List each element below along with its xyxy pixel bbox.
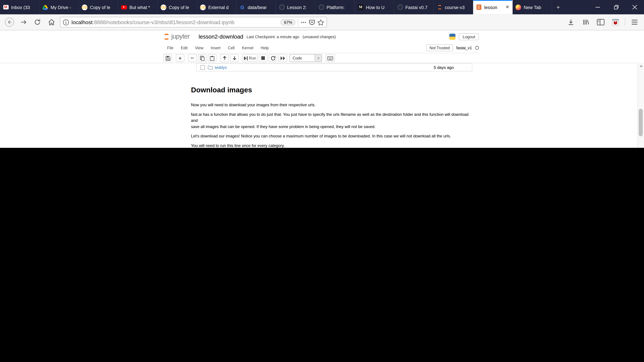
paste-cell-button[interactable]: [208, 54, 216, 62]
tab-title: lesson: [484, 5, 502, 9]
zoom-level-badge[interactable]: 67%: [281, 19, 296, 25]
checkpoint-status: Last Checkpoint: a minute ago: [246, 34, 299, 39]
interrupt-kernel-button[interactable]: [259, 54, 268, 62]
scrollbar-thumb[interactable]: [639, 109, 643, 136]
tab-title: Lesson 2:: [287, 5, 312, 9]
divider: [298, 18, 298, 26]
trust-status-button[interactable]: Not Trusted: [426, 44, 453, 51]
google-icon: G: [240, 4, 244, 10]
chevron-down-icon: ∨: [315, 55, 322, 62]
logout-button[interactable]: Logout: [459, 33, 479, 40]
save-button[interactable]: [164, 54, 172, 62]
tab-title: Copy of le: [169, 5, 194, 9]
folder-link[interactable]: teddys: [215, 65, 227, 69]
jupyter-toolbar: + ✂ Run Code ∨: [164, 53, 479, 63]
scroll-up-arrow-icon[interactable]: [640, 65, 643, 67]
downloads-icon[interactable]: [566, 17, 576, 27]
menu-edit[interactable]: Edit: [177, 45, 191, 50]
add-cell-button[interactable]: +: [176, 54, 184, 62]
menu-insert[interactable]: Insert: [207, 45, 224, 50]
discourse-icon: [397, 4, 403, 10]
folder-icon: [208, 65, 213, 69]
menu-cell[interactable]: Cell: [224, 45, 238, 50]
new-tab-button[interactable]: +: [552, 0, 564, 14]
browser-tab[interactable]: COCopy of le: [158, 0, 197, 14]
tab-title: But what *: [129, 5, 154, 9]
discourse-icon: [279, 4, 284, 10]
restore-button[interactable]: [607, 0, 626, 14]
browser-tab[interactable]: Lesson 2:: [276, 0, 316, 14]
jupyter-favicon: [437, 5, 442, 9]
browser-tab[interactable]: lesson✕: [473, 0, 512, 14]
tab-title: course-v3: [445, 5, 470, 9]
markdown-paragraph: You will need to run this line once for …: [191, 142, 469, 148]
menu-help[interactable]: Help: [257, 45, 272, 50]
move-cell-down-button[interactable]: [230, 54, 238, 62]
url-bar[interactable]: localhost:8888/notebooks/course-v3/nbs/d…: [60, 17, 327, 27]
menu-file[interactable]: File: [164, 45, 177, 50]
tab-title: New Tab: [524, 5, 548, 9]
reload-button[interactable]: [32, 17, 43, 27]
restart-run-all-button[interactable]: [278, 54, 287, 62]
menu-kernel[interactable]: Kernel: [238, 45, 257, 50]
browser-tab[interactable]: Fastai v0.7: [394, 0, 434, 14]
back-button[interactable]: [4, 17, 15, 27]
restart-kernel-button[interactable]: [269, 54, 278, 62]
browser-tab[interactable]: MInbox (33: [0, 0, 40, 14]
page-actions-icon[interactable]: •••: [301, 20, 306, 24]
pocket-icon[interactable]: [309, 19, 315, 25]
browser-tab[interactable]: Platform:: [316, 0, 355, 14]
jupyter-wordmark: jupyter: [171, 33, 190, 40]
file-checkbox[interactable]: [200, 65, 205, 69]
url-text[interactable]: localhost:8888/notebooks/course-v3/nbs/d…: [72, 19, 278, 25]
command-palette-button[interactable]: [326, 54, 335, 62]
cut-cell-button[interactable]: ✂: [188, 54, 197, 62]
window-controls: [588, 0, 644, 14]
tab-title: data/bear: [248, 5, 273, 9]
run-button[interactable]: Run: [242, 54, 258, 62]
browser-tab[interactable]: But what *: [118, 0, 158, 14]
library-icon[interactable]: [580, 17, 591, 27]
kernel-idle-icon: [475, 46, 479, 50]
hamburger-menu-icon[interactable]: [629, 17, 640, 27]
drive-icon: [42, 5, 48, 9]
jupyter-logo-icon: [164, 34, 170, 40]
bookmark-star-icon[interactable]: [318, 19, 324, 25]
tab-title: Inbox (33: [11, 5, 36, 9]
notebook-title[interactable]: lesson2-download: [198, 33, 243, 40]
markdown-paragraph: fast.ai has a function that allows you t…: [191, 111, 469, 130]
screen: MInbox (33My Drive -COCopy of leBut what…: [0, 0, 644, 148]
sidebar-icon[interactable]: [595, 17, 606, 27]
browser-tab[interactable]: Gdata/bear: [237, 0, 276, 14]
unsaved-status: (unsaved changes): [302, 34, 336, 39]
browser-tab[interactable]: course-v3: [434, 0, 473, 14]
markdown-cell[interactable]: Download images Now you will need to dow…: [191, 86, 469, 148]
forward-button[interactable]: [18, 17, 29, 27]
menu-view[interactable]: View: [191, 45, 207, 50]
close-window-button[interactable]: [626, 0, 644, 14]
tab-title: Copy of le: [90, 5, 115, 9]
kernel-name: fastai_v1: [456, 45, 472, 50]
browser-tab[interactable]: MHow to U: [355, 0, 394, 14]
youtube-icon: [121, 5, 127, 9]
copy-cell-button[interactable]: [198, 54, 206, 62]
scrollbar[interactable]: [638, 63, 644, 148]
gmail-icon: M: [3, 5, 8, 9]
section-heading: Download images: [191, 86, 469, 94]
tab-title: My Drive -: [50, 5, 76, 9]
minimize-button[interactable]: [588, 0, 607, 14]
close-tab-icon[interactable]: ✕: [506, 4, 509, 10]
mcafee-extension-icon[interactable]: [610, 17, 621, 27]
browser-tab[interactable]: My Drive -: [40, 0, 79, 14]
notebook-area: teddys 5 days ago Download images Now yo…: [162, 63, 476, 148]
home-button[interactable]: [46, 17, 57, 27]
cell-type-dropdown[interactable]: Code ∨: [290, 54, 322, 62]
python-kernel-icon: [450, 33, 456, 40]
tab-title: Fastai v0.7: [405, 5, 430, 9]
jupyter-logo[interactable]: jupyter: [164, 33, 190, 40]
browser-tab[interactable]: COExternal d: [197, 0, 237, 14]
browser-tab[interactable]: COCopy of le: [79, 0, 118, 14]
site-info-icon[interactable]: [63, 19, 69, 25]
browser-tab[interactable]: New Tab: [512, 0, 552, 14]
move-cell-up-button[interactable]: [220, 54, 229, 62]
